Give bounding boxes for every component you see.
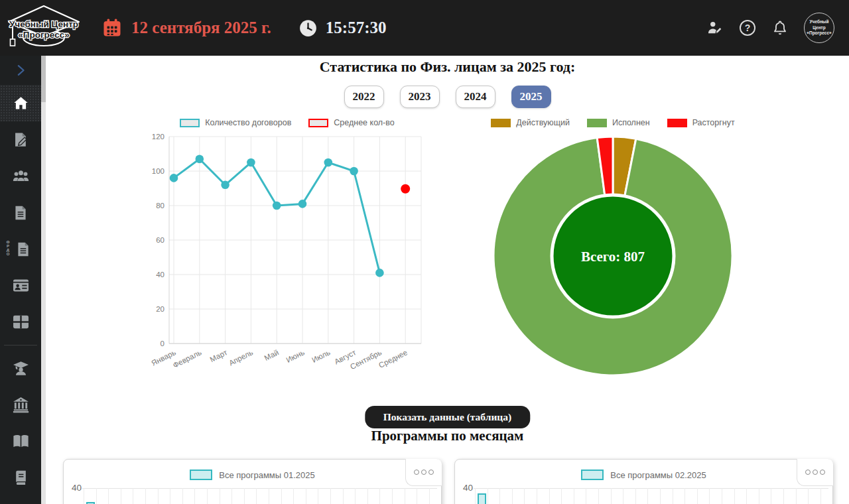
more-options-icon xyxy=(428,470,434,475)
legend-swatch xyxy=(308,119,328,127)
y-axis-tick: 40 xyxy=(72,483,82,493)
more-options-icon xyxy=(813,470,818,475)
sidebar-item-journal[interactable] xyxy=(0,460,41,496)
app-logo[interactable]: Учебный Центр «Прогресс» xyxy=(0,1,88,54)
svg-text:Среднее: Среднее xyxy=(377,348,409,369)
svg-text:?: ? xyxy=(745,23,751,33)
svg-text:60: 60 xyxy=(156,236,164,244)
vertical-scrollbar[interactable] xyxy=(41,56,46,504)
document-edit-icon xyxy=(12,131,30,149)
sidebar-item-clients[interactable] xyxy=(0,158,41,194)
page-title: Статистика по Физ. лицам за 2025 год: xyxy=(46,58,849,76)
legend-swatch xyxy=(491,119,511,127)
legend-swatch[interactable] xyxy=(581,470,604,480)
legend-swatch xyxy=(667,119,687,127)
year-button-2023[interactable]: 2023 xyxy=(400,86,440,108)
sidebar-item-graduates[interactable] xyxy=(0,350,41,387)
sidebar-item-frdo[interactable]: ФРДО xyxy=(0,231,41,267)
vertical-gridlines xyxy=(475,488,828,504)
chevron-right-icon xyxy=(13,63,28,78)
avatar-text-line2: «Прогресс» xyxy=(807,31,831,36)
svg-text:Апрель: Апрель xyxy=(228,348,254,367)
y-axis-tick: 40 xyxy=(463,483,473,493)
card-menu-button[interactable] xyxy=(405,459,442,486)
date-text: 12 сентября 2025 г. xyxy=(131,19,271,37)
year-button-2025[interactable]: 2025 xyxy=(511,86,551,108)
journal-icon xyxy=(12,469,30,487)
card-legend: Все программы 01.2025 xyxy=(64,470,441,480)
bar[interactable] xyxy=(86,502,95,504)
svg-text:0: 0 xyxy=(161,340,164,347)
legend-label: Расторгнут xyxy=(692,118,735,127)
clock-icon xyxy=(299,19,317,37)
svg-text:Всего: 807: Всего: 807 xyxy=(581,249,645,265)
avatar-text-line1: Учебный Центр xyxy=(805,19,834,31)
sidebar-item-institution[interactable] xyxy=(0,387,41,423)
bank-icon xyxy=(11,395,31,414)
legend-item[interactable]: Количество договоров xyxy=(180,118,291,127)
logo-text-line2: «Прогресс» xyxy=(18,30,69,40)
contracts-pie-chart-block: ДействующийИсполненРасторгнут Всего: 807 xyxy=(490,118,736,378)
legend-label: Среднее кол-во xyxy=(334,118,394,127)
year-button-2024[interactable]: 2024 xyxy=(456,86,495,108)
card-legend-label: Все программы 02.2025 xyxy=(610,470,706,480)
table-icon xyxy=(11,312,31,332)
svg-text:100: 100 xyxy=(152,167,164,175)
svg-text:Июнь: Июнь xyxy=(285,348,306,364)
legend-item[interactable]: Исполнен xyxy=(587,118,650,127)
scrollbar-thumb[interactable] xyxy=(41,56,46,102)
legend-item[interactable]: Действующий xyxy=(491,118,570,127)
frdo-document-icon xyxy=(15,241,32,258)
header-clock: 15:57:30 xyxy=(299,19,387,37)
program-card-february: Все программы 02.2025 40 xyxy=(454,459,833,504)
more-options-icon xyxy=(421,470,426,475)
users-icon xyxy=(11,166,31,186)
id-card-icon xyxy=(11,276,31,295)
more-options-icon xyxy=(805,470,811,475)
svg-text:Июль: Июль xyxy=(310,348,332,364)
main-content: Статистика по Физ. лицам за 2025 год: 20… xyxy=(46,56,849,504)
graduation-cap-logo-icon: Учебный Центр «Прогресс» xyxy=(3,2,84,54)
contracts-line-chart-block: Количество договоровСреднее кол-во 02040… xyxy=(152,118,457,378)
svg-text:Февраль: Февраль xyxy=(172,348,203,369)
calendar-icon xyxy=(102,18,122,38)
header-date: 12 сентября 2025 г. xyxy=(102,18,271,38)
show-table-button[interactable]: Показать данные (таблица) xyxy=(365,406,530,428)
sidebar-expand-button[interactable] xyxy=(0,56,41,85)
sidebar-item-contracts[interactable] xyxy=(0,121,41,158)
card-legend-label: Все программы 01.2025 xyxy=(219,470,315,480)
svg-text:120: 120 xyxy=(152,133,164,141)
line-chart-legend: Количество договоровСреднее кол-во xyxy=(135,118,440,127)
sidebar-item-programs[interactable] xyxy=(0,423,41,460)
sidebar-divider xyxy=(4,345,37,346)
open-book-icon xyxy=(11,432,31,451)
sidebar-item-id-card[interactable] xyxy=(0,267,41,304)
program-card-january: Все программы 01.2025 40 xyxy=(63,459,442,504)
more-options-icon xyxy=(820,470,825,475)
year-selector: 2022202320242025 xyxy=(46,86,849,108)
header-actions: ? Учебный Центр «Прогресс» xyxy=(706,13,834,43)
contracts-line-chart: 020406080100120ЯнварьФевральМартАпрельМа… xyxy=(152,131,450,378)
document-icon xyxy=(12,204,29,221)
user-edit-icon[interactable] xyxy=(706,19,724,36)
bar[interactable] xyxy=(478,493,486,504)
contracts-pie-chart: Всего: 807 xyxy=(491,134,735,378)
help-icon[interactable]: ? xyxy=(739,19,756,36)
home-icon xyxy=(12,94,30,112)
bell-icon[interactable] xyxy=(771,19,789,36)
app-header: Учебный Центр «Прогресс» 12 сентября 202… xyxy=(0,0,849,56)
sidebar-item-home[interactable] xyxy=(0,85,41,121)
card-menu-button[interactable] xyxy=(797,459,833,486)
year-button-2022[interactable]: 2022 xyxy=(344,86,384,108)
svg-text:20: 20 xyxy=(156,305,164,313)
card-legend: Все программы 02.2025 xyxy=(455,470,832,480)
sidebar-item-tables[interactable] xyxy=(0,304,41,340)
legend-item[interactable]: Среднее кол-во xyxy=(308,118,394,127)
profile-avatar[interactable]: Учебный Центр «Прогресс» xyxy=(804,13,834,43)
pie-chart-legend: ДействующийИсполненРасторгнут xyxy=(490,118,736,127)
legend-swatch[interactable] xyxy=(190,470,212,480)
svg-text:Март: Март xyxy=(209,348,229,364)
sidebar-item-documents[interactable] xyxy=(0,194,41,231)
programs-heading: Программы по месяцам xyxy=(46,428,849,444)
legend-item[interactable]: Расторгнут xyxy=(667,118,735,127)
